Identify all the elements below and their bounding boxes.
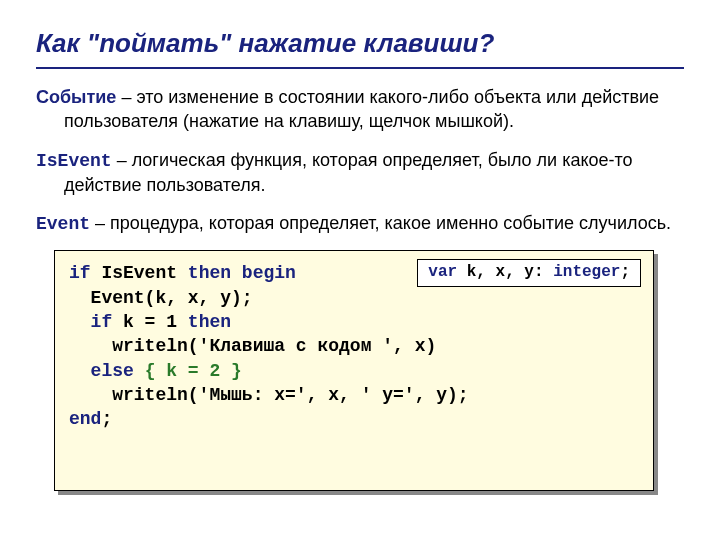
slide-title: Как "поймать" нажатие клавиши? [36,28,684,59]
definition-eventproc: Event – процедура, которая определяет, к… [36,211,684,236]
kw-then-2: then [188,312,231,332]
text-eventproc: – процедура, которая определяет, какое и… [90,213,671,233]
kw-integer: integer [553,263,620,281]
kw-if-2: if [91,312,113,332]
kw-begin: begin [242,263,296,283]
kw-end: end [69,409,101,429]
code-line-4: writeln('Клавиша с кодом ', x) [69,336,436,356]
term-eventproc: Event [36,214,90,234]
kw-var: var [428,263,457,281]
code-line-6: writeln('Мышь: x=', x, ' y=', y); [69,385,469,405]
text-event: – это изменение в состоянии какого-либо … [64,87,659,131]
term-event: Событие [36,87,116,107]
code-block-wrap: if IsEvent then begin Event(k, x, y); if… [54,250,654,491]
slide: Как "поймать" нажатие клавиши? Событие –… [0,0,720,491]
kw-if: if [69,263,91,283]
code-comment: { k = 2 } [145,361,242,381]
var-declaration-box: var k, x, y: integer; [417,259,641,287]
kw-else: else [91,361,134,381]
definition-event: Событие – это изменение в состоянии како… [36,85,684,134]
code-line-2: Event(k, x, y); [69,288,253,308]
text-isevent: – логическая функция, которая определяет… [64,150,633,195]
title-rule [36,67,684,69]
term-isevent: IsEvent [36,151,112,171]
definition-isevent: IsEvent – логическая функция, которая оп… [36,148,684,198]
kw-then: then [188,263,231,283]
code-block: if IsEvent then begin Event(k, x, y); if… [54,250,654,491]
